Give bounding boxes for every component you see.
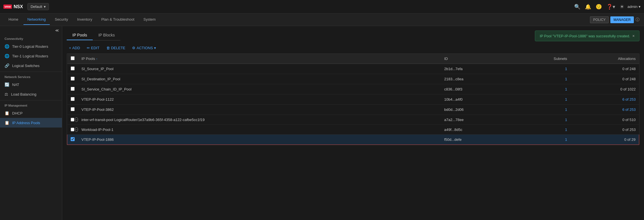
chevron-down-icon: ▾ [154, 46, 156, 50]
sidebar-collapse[interactable]: ≪ [0, 26, 62, 35]
manager-button[interactable]: MANAGER [610, 16, 634, 23]
edit-button[interactable]: ✏ EDIT [85, 45, 102, 51]
nav-system[interactable]: System [139, 14, 159, 25]
nav-home[interactable]: Home [5, 14, 22, 25]
row-checkbox[interactable] [71, 107, 75, 111]
row-checkbox[interactable] [71, 87, 75, 91]
row-checkbox[interactable] [71, 128, 74, 131]
sidebar-item-label: Tier-1 Logical Routers [12, 54, 48, 58]
search-icon[interactable]: 🔍 [574, 4, 580, 10]
tab-bar: IP Pools IP Blocks [67, 31, 120, 40]
nav-networking[interactable]: Networking [23, 14, 50, 25]
row-subnets[interactable]: 1 [514, 105, 570, 115]
delete-button[interactable]: 🗑 DELETE [104, 45, 128, 51]
tier1-icon: 🌐 [5, 54, 9, 58]
logical-switches-icon: 🔗 [5, 63, 9, 68]
table-row[interactable]: SI_Destination_IP_Pool 2183...c8ea 1 0 o… [67, 74, 639, 84]
table-row-selected[interactable]: VTEP-IP-Pool-1886 f50d...defe 1 0 of 29 [67, 135, 639, 145]
sidebar-item-dhcp[interactable]: 📋 DHCP [0, 108, 62, 118]
col-header-allocations[interactable]: Allocations [570, 54, 639, 64]
select-all-checkbox[interactable] [71, 56, 75, 60]
actions-button[interactable]: ⚙ ACTIONS ▾ [130, 45, 158, 51]
row-checkbox[interactable] [71, 77, 75, 81]
row-allocations: 0 of 29 [570, 135, 639, 145]
row-subnets[interactable]: 1 [514, 115, 570, 125]
col-header-id[interactable]: ID [441, 54, 514, 64]
table-row[interactable]: — inter-vrf-transit-pool LogicalRouter/1… [67, 115, 639, 125]
sidebar-item-label: IP Address Pools [12, 121, 40, 125]
row-subnets[interactable]: 1 [514, 84, 570, 94]
edit-icon: ✏ [87, 46, 90, 50]
bell-icon[interactable]: 🔔 [585, 4, 591, 10]
chevron-down-icon: ▾ [639, 5, 641, 9]
gear-icon: ⚙ [132, 46, 135, 50]
row-name: inter-vrf-transit-pool LogicalRouter/1e3… [78, 115, 441, 125]
row-subnets[interactable]: 1 [514, 135, 570, 145]
row-checkbox[interactable] [71, 97, 75, 101]
sidebar-item-ip-address-pools[interactable]: 📋 IP Address Pools [0, 118, 62, 128]
topbar-icons: 🔍 🔔 🙂 ❓▾ ☀ [574, 4, 624, 10]
sidebar-item-tier1[interactable]: 🌐 Tier-1 Logical Routers [0, 51, 62, 61]
collapse-icon[interactable]: ≪ [55, 28, 59, 33]
add-button[interactable]: + ADD [67, 45, 82, 51]
info-icon[interactable]: ⓘ [636, 17, 639, 22]
edit-label: EDIT [91, 46, 100, 50]
row-id: bd0d...2d06 [441, 105, 514, 115]
theme-icon[interactable]: ☀ [620, 4, 624, 10]
nav-plan-troubleshoot[interactable]: Plan & Troubleshoot [97, 14, 138, 25]
tier0-icon: 🌐 [5, 44, 9, 49]
sidebar-item-load-balancing[interactable]: ⚖ Load Balancing [0, 89, 62, 99]
row-name: Workload-IP-Pool-1 [78, 125, 441, 135]
actions-label: ACTIONS [137, 46, 153, 50]
col-header-subnets[interactable]: Subnets [514, 54, 570, 64]
sidebar-item-label: Load Balancing [11, 92, 36, 96]
row-id: a7a2...78ee [441, 115, 514, 125]
toast-close-button[interactable]: × [632, 34, 635, 38]
row-allocations: 6 of 253 [570, 105, 639, 115]
user-icon[interactable]: 🙂 [596, 4, 602, 10]
col-header-name[interactable]: IP Pools ↑ [78, 54, 441, 64]
tab-ip-pools[interactable]: IP Pools [67, 31, 93, 40]
ip-management-section-label: IP Management [0, 102, 62, 108]
row-allocations: 0 of 1022 [570, 84, 639, 94]
policy-button[interactable]: POLICY [590, 16, 609, 23]
table-row[interactable]: SI_Service_Chain_ID_IP_Pool c836...08f3 … [67, 84, 639, 94]
nav-inventory[interactable]: Inventory [73, 14, 96, 25]
row-name: VTEP-IP-Pool-1886 [78, 135, 441, 145]
row-checkbox[interactable] [71, 66, 75, 70]
table-row[interactable]: — Workload-IP-Pool-1 a49f...8d5c 1 0 of … [67, 125, 639, 135]
sidebar-item-logical-switches[interactable]: 🔗 Logical Switches [0, 61, 62, 70]
sidebar-item-label: Tier-0 Logical Routers [12, 44, 48, 49]
tab-ip-blocks[interactable]: IP Blocks [93, 31, 120, 40]
table-row[interactable]: VTEP-IP-Pool-3862 bd0d...2d06 1 6 of 253 [67, 105, 639, 115]
vmware-badge: vmw [3, 5, 12, 9]
sidebar-item-label: DHCP [12, 111, 23, 115]
row-subnets[interactable]: 1 [514, 94, 570, 105]
row-checkbox[interactable] [71, 118, 74, 122]
row-checkbox[interactable] [71, 137, 75, 141]
env-selector[interactable]: Default ▾ [27, 3, 49, 10]
user-menu[interactable]: admin ▾ [628, 5, 641, 9]
row-id: c836...08f3 [441, 84, 514, 94]
row-id: a49f...8d5c [441, 125, 514, 135]
row-subnets[interactable]: 1 [514, 74, 570, 84]
row-name: VTEP-IP-Pool-1122 [78, 94, 441, 105]
username: admin [628, 5, 637, 9]
chevron-down-icon: ▾ [44, 5, 46, 9]
row-subnets[interactable]: 1 [514, 125, 570, 135]
sidebar-item-nat[interactable]: 🔄 NAT [0, 80, 62, 89]
sidebar-item-tier0[interactable]: 🌐 Tier-0 Logical Routers [0, 42, 62, 51]
row-subnets[interactable]: 1 [514, 64, 570, 74]
nav-security[interactable]: Security [51, 14, 72, 25]
env-label: Default [31, 5, 42, 9]
row-name: SI_Service_Chain_ID_IP_Pool [78, 84, 441, 94]
nat-icon: 🔄 [5, 82, 9, 87]
table-row[interactable]: VTEP-IP-Pool-1122 10b4...a4f0 1 6 of 253 [67, 94, 639, 105]
ip-pools-table: IP Pools ↑ ID Subnets Allocations SI_Sou… [67, 53, 639, 145]
sort-icon: ↑ [96, 57, 98, 61]
connectivity-section-label: Connectivity [0, 35, 62, 42]
help-icon[interactable]: ❓▾ [606, 4, 615, 10]
row-status-icon: — [75, 127, 78, 132]
table-row[interactable]: SI_Source_IP_Pool 2b1d...7efa 1 0 of 248 [67, 64, 639, 74]
select-all-header[interactable] [67, 54, 78, 64]
